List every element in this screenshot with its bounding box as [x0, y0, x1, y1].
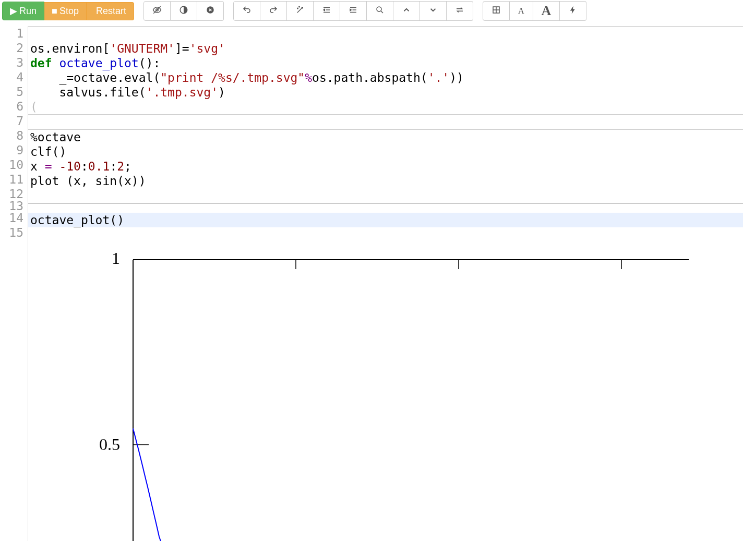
close-circle-button[interactable]: [197, 1, 224, 21]
contrast-icon: [179, 5, 188, 17]
gutter-line: 13: [0, 201, 23, 211]
outdent-button[interactable]: [314, 1, 340, 21]
gutter-line: 4: [0, 70, 23, 84]
play-icon: ▶: [10, 5, 17, 17]
code-line[interactable]: [28, 27, 743, 41]
history-group: [233, 1, 473, 21]
swap-icon: [455, 5, 464, 17]
run-button[interactable]: ▶ Run: [2, 2, 44, 20]
gutter-line: 15: [0, 225, 23, 240]
gutter-line: 7: [0, 114, 23, 128]
indent-icon: [349, 5, 358, 17]
code-line[interactable]: [28, 227, 743, 242]
gutter-line: 3: [0, 55, 23, 70]
code-line[interactable]: os.environ['GNUTERM']='svg': [28, 41, 743, 56]
gutter-line: 8: [0, 128, 23, 143]
stop-button[interactable]: ■ Stop: [44, 2, 87, 20]
gutter-line: 2: [0, 41, 23, 55]
bolt-icon: [568, 5, 578, 17]
y-tick-05: 0.5: [99, 435, 120, 454]
chevron-up-icon: [402, 5, 411, 17]
chevron-down-icon: [428, 5, 438, 17]
gutter-line: 10: [0, 157, 23, 172]
code-line[interactable]: x = -10:0.1:2;: [28, 159, 743, 174]
redo-icon: [269, 5, 278, 17]
gutter-line: 11: [0, 172, 23, 187]
stop-label: Stop: [59, 6, 79, 17]
bolt-button[interactable]: [560, 1, 586, 21]
stop-icon: ■: [52, 6, 57, 17]
outdent-icon: [322, 5, 331, 17]
redo-button[interactable]: [260, 1, 287, 21]
restart-button[interactable]: Restart: [87, 2, 134, 20]
search-icon: [375, 5, 385, 17]
view-group: [143, 1, 224, 21]
chevron-down-button[interactable]: [420, 1, 447, 21]
search-button[interactable]: [367, 1, 393, 21]
magic-button[interactable]: [287, 1, 314, 21]
font-large-icon: A: [542, 3, 552, 19]
code-line[interactable]: _=octave.eval("print /%s/.tmp.svg"%os.pa…: [28, 70, 743, 85]
plot-output: 1 0.5: [28, 244, 743, 541]
gutter: 1 2 3 4 5 6 7 8 9 10 11 12 13 14 15: [0, 26, 28, 541]
gutter-line: 1: [0, 26, 23, 41]
gutter-line: 9: [0, 143, 23, 157]
code-line[interactable]: def octave_plot():: [28, 56, 743, 70]
code-line[interactable]: [28, 188, 743, 203]
code-line[interactable]: %octave: [28, 130, 743, 144]
sin-curve: [133, 429, 161, 541]
undo-icon: [242, 5, 251, 17]
font-small-button[interactable]: A: [510, 1, 533, 21]
code-line[interactable]: [28, 115, 743, 129]
code-line[interactable]: clf(): [28, 144, 743, 159]
code-area[interactable]: os.environ['GNUTERM']='svg' def octave_p…: [28, 26, 743, 541]
eye-off-button[interactable]: [143, 1, 171, 21]
chevron-up-button[interactable]: [393, 1, 420, 21]
gutter-line: 14: [0, 211, 23, 225]
svg-line-13: [381, 11, 383, 13]
grid-icon: [492, 5, 501, 17]
close-circle-icon: [206, 5, 215, 17]
format-group: A A: [483, 1, 586, 21]
grid-button[interactable]: [483, 1, 510, 21]
y-tick-1: 1: [112, 249, 120, 267]
svg-point-5: [299, 6, 300, 7]
font-large-button[interactable]: A: [533, 1, 560, 21]
code-line[interactable]: salvus.file('.tmp.svg'): [28, 85, 743, 100]
code-line-current[interactable]: octave_plot(): [28, 213, 743, 227]
eye-off-icon: [152, 5, 162, 17]
indent-button[interactable]: [340, 1, 367, 21]
toolbar: ▶ Run ■ Stop Restart: [0, 0, 743, 22]
code-editor[interactable]: 1 2 3 4 5 6 7 8 9 10 11 12 13 14 15 os.e…: [0, 26, 743, 541]
svg-point-4: [297, 8, 298, 9]
gutter-line: 5: [0, 84, 23, 99]
undo-button[interactable]: [233, 1, 260, 21]
contrast-button[interactable]: [171, 1, 197, 21]
swap-button[interactable]: [447, 1, 473, 21]
run-label: Run: [19, 6, 37, 17]
gutter-line: 6: [0, 99, 23, 114]
code-line[interactable]: plot (x, sin(x)): [28, 174, 743, 188]
restart-label: Restart: [96, 6, 126, 17]
magic-wand-icon: [295, 5, 305, 17]
svg-point-12: [377, 7, 381, 11]
font-small-icon: A: [518, 6, 524, 16]
code-line[interactable]: (: [28, 100, 743, 114]
sin-plot: 1 0.5: [57, 244, 689, 541]
